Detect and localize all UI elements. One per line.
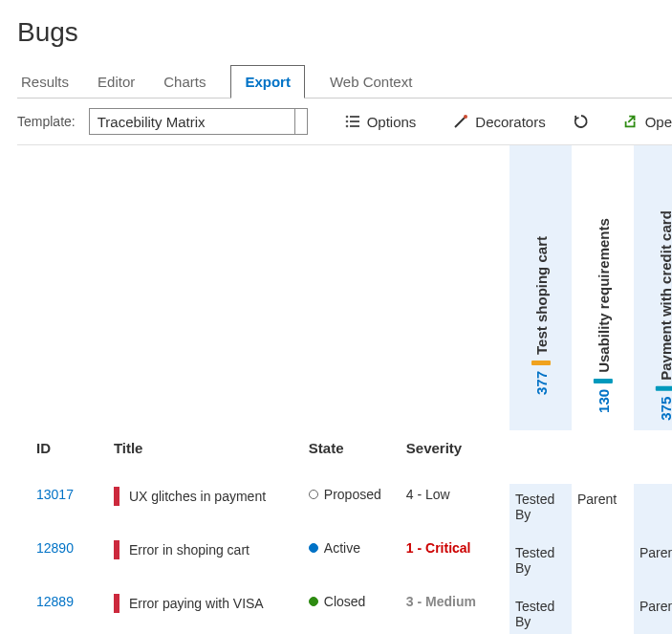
svg-point-2 — [345, 120, 348, 123]
state-label: Proposed — [324, 487, 381, 502]
decorators-button[interactable]: Decorators — [452, 113, 545, 130]
matrix-cell — [572, 537, 634, 591]
refresh-icon — [573, 113, 590, 130]
tab-editor[interactable]: Editor — [94, 66, 139, 98]
work-item-title: Error paying with VISA — [129, 596, 264, 611]
tabs: Results Editor Charts Export Web Context — [17, 65, 672, 98]
list-icon — [344, 113, 361, 130]
work-item-id[interactable]: 377 — [532, 371, 549, 395]
options-label: Options — [367, 114, 417, 130]
work-item-id-link[interactable]: 13017 — [36, 487, 74, 502]
page-title: Bugs — [17, 17, 672, 48]
svg-point-0 — [345, 116, 348, 119]
svg-point-4 — [345, 125, 348, 128]
col-severity[interactable]: Severity — [402, 430, 509, 475]
refresh-button[interactable] — [573, 113, 590, 130]
tab-web-context[interactable]: Web Context — [326, 66, 416, 98]
matrix-cell — [572, 591, 634, 634]
work-item-title: Usability requirements — [595, 218, 611, 373]
table-row[interactable]: 13017UX glitches in paymentProposed4 - L… — [17, 475, 509, 529]
work-item-title: Test shoping cart — [532, 236, 549, 355]
tab-charts[interactable]: Charts — [160, 66, 209, 98]
chevron-down-icon[interactable] — [294, 109, 301, 134]
severity-label: 1 - Critical — [406, 540, 471, 556]
matrix-row: Tested ByParent — [509, 484, 672, 537]
svg-line-6 — [455, 118, 465, 127]
col-title[interactable]: Title — [110, 430, 305, 475]
decorators-label: Decorators — [475, 114, 545, 130]
svg-point-7 — [464, 115, 467, 119]
template-value: Tracebility Matrix — [98, 114, 206, 130]
matrix-cell[interactable]: Parent — [634, 591, 672, 634]
work-item-id[interactable]: 375 — [657, 397, 672, 421]
bug-bar-icon — [114, 594, 119, 613]
matrix-row: Tested ByParent — [509, 591, 672, 634]
table-row[interactable]: 12890Error in shoping cartActive1 - Crit… — [17, 529, 509, 582]
matrix-cell[interactable]: Tested By — [509, 537, 572, 591]
matrix-row: Tested ByParent — [509, 537, 672, 591]
type-bar-icon — [594, 379, 613, 383]
col-id[interactable]: ID — [17, 430, 110, 475]
severity-label: 4 - Low — [406, 487, 450, 502]
toolbar: Template: Tracebility Matrix Options — [17, 98, 672, 145]
wand-icon — [452, 113, 469, 130]
template-select[interactable]: Tracebility Matrix — [89, 108, 308, 135]
severity-label: 3 - Medium — [406, 594, 476, 609]
open-button[interactable]: Ope — [622, 113, 672, 130]
matrix-cell — [634, 484, 672, 537]
open-label: Ope — [645, 114, 672, 130]
work-item-title: Error in shoping cart — [129, 542, 249, 557]
open-icon — [622, 113, 639, 130]
state-dot-icon — [309, 597, 318, 606]
table-row[interactable]: 12889Error paying with VISAClosed3 - Med… — [17, 582, 509, 634]
col-state[interactable]: State — [305, 430, 402, 475]
template-label: Template: — [17, 114, 76, 129]
svg-rect-5 — [350, 125, 359, 127]
work-item-title: Payment with credit card — [657, 210, 672, 381]
tab-export[interactable]: Export — [230, 65, 305, 98]
matrix-column-header[interactable]: 377Test shoping cart — [509, 145, 572, 430]
matrix-cell[interactable]: Parent — [572, 484, 634, 537]
matrix-column-header[interactable]: 130Usability requirements — [572, 145, 634, 430]
state-label: Active — [324, 540, 360, 556]
state-label: Closed — [324, 594, 366, 609]
work-item-id-link[interactable]: 12890 — [36, 540, 74, 556]
bug-bar-icon — [114, 540, 119, 559]
type-bar-icon — [531, 361, 551, 365]
matrix-column-header[interactable]: 375Payment with credit card — [634, 145, 672, 430]
options-button[interactable]: Options — [344, 113, 417, 130]
work-item-id[interactable]: 130 — [595, 389, 611, 413]
svg-rect-1 — [350, 116, 359, 118]
matrix-cell[interactable]: Tested By — [509, 484, 572, 537]
state-dot-icon — [309, 490, 318, 499]
tab-results[interactable]: Results — [17, 66, 73, 98]
type-bar-icon — [656, 386, 673, 391]
bug-bar-icon — [114, 487, 119, 506]
traceability-matrix: ID Title State Severity 13017UX glitches… — [17, 145, 672, 634]
work-item-id-link[interactable]: 12889 — [36, 594, 74, 609]
work-item-title: UX glitches in payment — [129, 489, 266, 504]
state-dot-icon — [309, 543, 318, 553]
matrix-cell[interactable]: Parent — [634, 537, 672, 591]
svg-rect-3 — [350, 120, 359, 122]
matrix-cell[interactable]: Tested By — [509, 591, 572, 634]
